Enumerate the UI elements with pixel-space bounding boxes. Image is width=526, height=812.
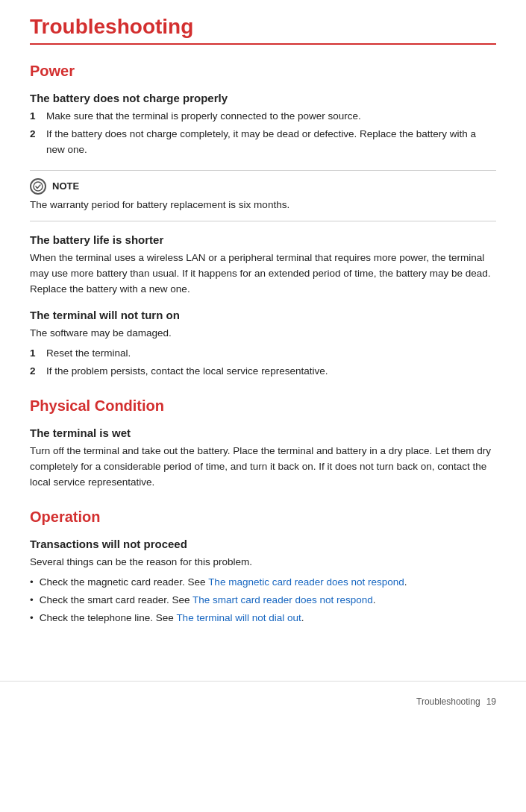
section-power: Power The battery does not charge proper… bbox=[30, 63, 496, 380]
transactions-intro: Several things can be the reason for thi… bbox=[30, 555, 496, 570]
note-box: NOTE The warranty period for battery rep… bbox=[30, 170, 496, 221]
page-title: Troubleshooting bbox=[30, 15, 496, 45]
list-text: Check the telephone line. See The termin… bbox=[40, 611, 304, 626]
list-text: Check the smart card reader. See The sma… bbox=[40, 593, 376, 608]
list-number: 1 bbox=[30, 346, 40, 362]
footer: Troubleshooting 19 bbox=[0, 681, 526, 714]
subheading-battery-charge: The battery does not charge properly bbox=[30, 92, 496, 104]
list-item: 1 Reset the terminal. bbox=[30, 346, 496, 362]
list-text: Make sure that the terminal is properly … bbox=[46, 109, 361, 125]
list-item: 2 If the problem persists, contact the l… bbox=[30, 364, 496, 380]
link-smart-card[interactable]: The smart card reader does not respond bbox=[192, 594, 373, 605]
list-item: Check the telephone line. See The termin… bbox=[30, 611, 496, 626]
note-header: NOTE bbox=[30, 178, 496, 195]
list-item: 1 Make sure that the terminal is properl… bbox=[30, 109, 496, 125]
subsection-battery-charge: The battery does not charge properly 1 M… bbox=[30, 92, 496, 158]
numbered-list-terminal-off: 1 Reset the terminal. 2 If the problem p… bbox=[30, 346, 496, 380]
footer-label: Troubleshooting bbox=[416, 696, 480, 707]
svg-point-0 bbox=[34, 182, 43, 191]
note-text: The warranty period for battery replacem… bbox=[30, 198, 496, 213]
battery-life-text: When the terminal uses a wireless LAN or… bbox=[30, 251, 496, 298]
bullet-prefix-3: Check the telephone line. See bbox=[40, 612, 177, 623]
note-label: NOTE bbox=[52, 180, 79, 192]
link-telephone[interactable]: The terminal will not dial out bbox=[176, 612, 301, 623]
list-text: Reset the terminal. bbox=[46, 346, 131, 362]
list-item: Check the smart card reader. See The sma… bbox=[30, 593, 496, 608]
subsection-terminal-off: The terminal will not turn on The softwa… bbox=[30, 309, 496, 380]
bullet-prefix-2: Check the smart card reader. See bbox=[40, 594, 192, 605]
section-operation: Operation Transactions will not proceed … bbox=[30, 509, 496, 626]
list-number: 2 bbox=[30, 127, 40, 158]
checkmark-icon bbox=[33, 181, 43, 192]
list-item: Check the magnetic card reader. See The … bbox=[30, 575, 496, 591]
subheading-transactions: Transactions will not proceed bbox=[30, 538, 496, 550]
footer-page-number: 19 bbox=[486, 696, 496, 707]
bullet-suffix-1: . bbox=[404, 576, 407, 588]
note-icon bbox=[30, 178, 46, 195]
subheading-battery-life: The battery life is shorter bbox=[30, 233, 496, 246]
subsection-terminal-wet: The terminal is wet Turn off the termina… bbox=[30, 427, 496, 491]
subsection-transactions: Transactions will not proceed Several th… bbox=[30, 538, 496, 626]
list-text: Check the magnetic card reader. See The … bbox=[40, 575, 407, 591]
list-number: 2 bbox=[30, 364, 40, 380]
numbered-list-battery-charge: 1 Make sure that the terminal is properl… bbox=[30, 109, 496, 158]
list-item: 2 If the battery does not charge complet… bbox=[30, 127, 496, 158]
bullet-suffix-2: . bbox=[373, 594, 376, 605]
subheading-terminal-wet: The terminal is wet bbox=[30, 427, 496, 439]
section-heading-operation: Operation bbox=[30, 509, 496, 526]
terminal-off-intro: The software may be damaged. bbox=[30, 326, 496, 342]
subheading-terminal-off: The terminal will not turn on bbox=[30, 309, 496, 321]
list-text: If the problem persists, contact the loc… bbox=[46, 364, 328, 380]
bullet-suffix-3: . bbox=[301, 612, 304, 623]
section-heading-physical: Physical Condition bbox=[30, 397, 496, 415]
list-number: 1 bbox=[30, 109, 40, 125]
page-container: Troubleshooting Power The battery does n… bbox=[0, 0, 526, 658]
section-heading-power: Power bbox=[30, 63, 496, 80]
terminal-wet-text: Turn off the terminal and take out the b… bbox=[30, 444, 496, 491]
subsection-battery-life: The battery life is shorter When the ter… bbox=[30, 233, 496, 298]
list-text: If the battery does not charge completel… bbox=[46, 127, 496, 158]
bullet-prefix-1: Check the magnetic card reader. See bbox=[40, 576, 208, 588]
link-magnetic-card[interactable]: The magnetic card reader does not respon… bbox=[208, 576, 404, 588]
section-physical-condition: Physical Condition The terminal is wet T… bbox=[30, 397, 496, 491]
bullet-list-transactions: Check the magnetic card reader. See The … bbox=[30, 575, 496, 626]
